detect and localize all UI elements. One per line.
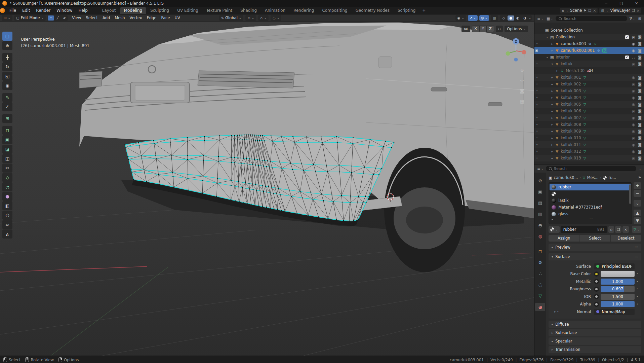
options-dropdown[interactable]: Options ⌄ <box>505 26 528 32</box>
visibility-dropdown[interactable]: ◉ ⌄ <box>455 15 466 21</box>
menu-help[interactable]: Help <box>75 7 90 14</box>
mode-dropdown[interactable]: ▢ Edit Mode ⌄ <box>14 15 46 21</box>
disclosure-arrow-icon[interactable]: ▸ <box>550 49 554 52</box>
outliner-row-koltuk-007[interactable]: •▸▼koltuk.007▽◉◙ <box>534 114 644 121</box>
disclosure-arrow-icon[interactable]: ▸ <box>550 42 554 45</box>
outliner-search-input[interactable]: Search <box>556 16 627 21</box>
menu-window[interactable]: Window <box>53 7 75 14</box>
outliner-row-camurluk003[interactable]: •▸▼camurluk003⚙▽◉◙ <box>534 40 644 47</box>
outliner-row-interior[interactable]: ▾▤Interior✓◡◙ <box>534 54 644 61</box>
spin-tool[interactable]: ◔ <box>2 182 12 191</box>
drag-grip-icon[interactable]: ∷∷ <box>634 255 638 258</box>
transform-tool[interactable]: ◉ <box>2 81 12 90</box>
socket-button[interactable] <box>594 271 599 277</box>
outliner-row-koltuk[interactable]: •▾▼koltuk◉◙ <box>534 61 644 67</box>
pin-icon[interactable]: ⚑ <box>638 176 641 180</box>
eye-muted-icon[interactable]: ◉ <box>632 116 635 120</box>
drag-grip-icon[interactable]: ∷∷ <box>634 246 638 249</box>
breadcrumb-item[interactable]: Mes... <box>587 175 599 180</box>
properties-editor-type[interactable]: ≡ ⌄ <box>536 167 544 171</box>
menu-edit[interactable]: Edit <box>19 7 33 14</box>
viewport-menu-face[interactable]: Face <box>159 15 172 20</box>
camera-icon[interactable]: ◙ <box>638 122 642 127</box>
workspace-tab-scripting[interactable]: Scripting <box>394 7 419 14</box>
workspace-tab-animation[interactable]: Animation <box>261 7 289 14</box>
minimize-button[interactable]: ─ <box>599 0 614 7</box>
new-material-button[interactable]: ❐ <box>615 226 621 233</box>
viewport-menu-vertex[interactable]: Vertex <box>127 15 145 20</box>
smooth-tool[interactable]: ● <box>2 192 12 201</box>
outliner-filter-mode[interactable]: ▦ ⌄ <box>546 16 554 21</box>
rip-region-tool[interactable]: ◭ <box>2 229 12 239</box>
camera-icon[interactable]: ◙ <box>638 136 642 140</box>
solid-shading-button[interactable]: ● <box>508 15 514 21</box>
panel-transmission[interactable]: ▸Transmission <box>549 346 641 353</box>
disclosure-arrow-icon[interactable]: ▸ <box>550 157 554 160</box>
outliner-row-koltuk-001[interactable]: •▸▼koltuk.001▽◉◙ <box>534 74 644 81</box>
rotate-tool[interactable]: ↻ <box>2 62 12 71</box>
outliner-row-koltuk-011[interactable]: •▸▼koltuk.011▽◉◙ <box>534 141 644 148</box>
eye-muted-icon[interactable]: ◉ <box>632 149 635 154</box>
eye-icon[interactable]: ◉ <box>632 42 635 46</box>
overlays-toggle[interactable]: ◎ ⌄ <box>479 15 489 21</box>
outliner-row-collection[interactable]: ▾▤Collection✓◉◙ <box>534 34 644 40</box>
eye-icon[interactable]: ◉ <box>632 48 635 53</box>
camera-icon[interactable]: ◙ <box>638 116 642 120</box>
material-preview-button[interactable]: ◐ <box>515 15 521 21</box>
move-slot-up-button[interactable]: ▲ <box>634 210 641 216</box>
disclosure-arrow-icon[interactable]: ▸ <box>550 150 554 153</box>
viewlayer-selector[interactable]: ▥ ⌄ ViewLayer ❐ × <box>599 8 641 13</box>
checkbox-icon[interactable]: ✓ <box>625 35 629 39</box>
socket-button[interactable] <box>594 302 599 307</box>
camera-icon[interactable]: ◙ <box>638 156 642 160</box>
outliner-display-mode[interactable]: ≡ ⌄ <box>536 16 544 21</box>
scene-selector[interactable]: ◈ ⌄ Scene ⚑ ❐ × <box>560 8 598 13</box>
bevel-tool[interactable]: ◪ <box>2 145 12 154</box>
scale-tool[interactable]: ◱ <box>2 72 12 81</box>
outliner-row-koltuk-012[interactable]: •▸▼koltuk.012▽◉◙ <box>534 148 644 155</box>
camera-icon[interactable]: ◙ <box>638 82 642 86</box>
pivot-dropdown[interactable]: ⊙ ⌄ <box>245 15 256 21</box>
preview-panel-header[interactable]: ▸ Preview ∷∷ <box>549 244 641 251</box>
outliner-row-koltuk-013[interactable]: •▸▼koltuk.013▽◉◙ <box>534 155 644 161</box>
eye-muted-icon[interactable]: ◉ <box>632 102 635 107</box>
eye-muted-icon[interactable]: ◉ <box>632 122 635 127</box>
camera-icon[interactable]: ◙ <box>638 48 642 53</box>
eye-muted-icon[interactable]: ◉ <box>632 62 635 66</box>
camera-icon[interactable]: ◙ <box>638 62 642 66</box>
wireframe-shading-button[interactable]: ◇ <box>500 15 507 21</box>
y-axis-ball[interactable] <box>506 51 510 56</box>
panel-specular[interactable]: ▸Specular <box>549 337 641 345</box>
mirror-axis-x[interactable]: X <box>472 26 479 32</box>
workspace-tab-uv-editing[interactable]: UV Editing <box>173 7 202 14</box>
socket-button[interactable] <box>594 294 599 299</box>
eye-muted-icon[interactable]: ◉ <box>632 129 635 134</box>
keyframe-dot-icon[interactable]: • <box>635 295 640 298</box>
rendered-shading-button[interactable]: ◑ <box>522 15 528 21</box>
outliner-row-camurluk003-001[interactable]: ▣▸▼camurluk003.001⚙▽◉◙ <box>534 47 644 54</box>
unlink-material-button[interactable]: × <box>622 226 629 233</box>
material-slot-empty[interactable] <box>550 190 631 197</box>
annotate-tool[interactable]: ✎ <box>2 93 12 102</box>
menu-file[interactable]: File <box>6 7 19 14</box>
disclosure-arrow-icon[interactable]: ▸ <box>550 143 554 146</box>
value-slider[interactable]: 1.500 <box>601 294 635 300</box>
disclosure-arrow-icon[interactable]: ▸ <box>550 130 554 133</box>
viewport-menu-view[interactable]: View <box>70 15 83 20</box>
assign-button[interactable]: Assign <box>549 235 579 242</box>
properties-tab-output[interactable]: ▤ <box>535 199 545 207</box>
outliner-row-scene-collection[interactable]: ▤Scene Collection <box>534 27 644 34</box>
outliner-row-koltuk-008[interactable]: •▸▼koltuk.008▽◉◙ <box>534 121 644 128</box>
remove-slot-button[interactable]: − <box>634 190 641 197</box>
vertex-select-button[interactable]: • <box>48 15 54 21</box>
viewport-menu-mesh[interactable]: Mesh <box>112 15 127 20</box>
orientation-dropdown[interactable]: ⇅ Global ⌄ <box>219 15 244 21</box>
move-tool[interactable]: ╋ <box>2 53 12 62</box>
value-slider[interactable]: 1.000 <box>601 279 635 285</box>
disclosure-arrow-icon[interactable]: ▸ <box>550 116 554 119</box>
face-select-button[interactable]: ▰ <box>61 15 68 21</box>
eye-muted-icon[interactable]: ◉ <box>632 89 635 93</box>
material-slot-glass[interactable]: glass <box>550 211 631 217</box>
breadcrumb-item[interactable]: camurluk0... <box>554 175 578 180</box>
workspace-tab-geometry-nodes[interactable]: Geometry Nodes <box>352 7 394 14</box>
